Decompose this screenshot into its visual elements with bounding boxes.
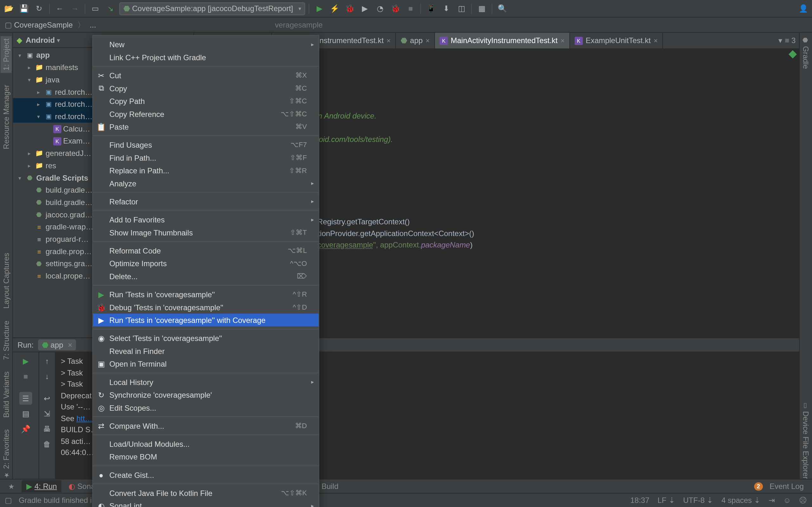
close-tab-icon[interactable]: × [426, 37, 430, 45]
close-tab-icon[interactable]: × [560, 37, 565, 45]
favorite-star-icon[interactable]: ★ [3, 481, 19, 492]
filter-icon[interactable]: ☰ [19, 392, 32, 405]
menu-item[interactable]: Reformat Code⌥⌘L [93, 244, 318, 257]
avd-icon[interactable]: 📱 [425, 2, 438, 15]
down-icon[interactable]: ↓ [41, 370, 54, 383]
run-tab[interactable]: ▶4: Run [21, 480, 61, 493]
menu-shortcut: ⌘C [295, 84, 307, 92]
menu-item[interactable]: New▸ [93, 38, 318, 51]
back-icon[interactable]: ← [53, 2, 66, 15]
menu-item[interactable]: ◎Edit Scopes... [93, 401, 318, 414]
status-tab-icon[interactable]: ⇥ [768, 496, 775, 505]
build-icon[interactable]: ▭ [89, 2, 102, 15]
tab-dropdown-icon[interactable]: ▾ [778, 36, 782, 45]
menu-item[interactable]: Convert Java File to Kotlin File⌥⇧⌘K [93, 487, 318, 499]
forward-icon[interactable]: → [68, 2, 82, 15]
editor-tab[interactable]: KExampleUnitTest.kt× [570, 33, 663, 49]
menu-item[interactable]: Copy Path⇧⌘C [93, 95, 318, 108]
run-configuration-dropdown[interactable]: ⬣ CoverageSample:app [jacocoDebugTestRep… [119, 2, 305, 15]
attach-icon[interactable]: 🐞 [389, 2, 402, 15]
menu-item[interactable]: Load/Unload Modules... [93, 437, 318, 450]
editor-tab[interactable]: KMainActivityInstrumentedTest.kt× [435, 33, 570, 49]
menu-item[interactable]: Add to Favorites▸ [93, 213, 318, 226]
tool-window-icon[interactable]: ▢ [5, 496, 12, 505]
clear-icon[interactable]: 🗑 [41, 437, 54, 450]
up-icon[interactable]: ↑ [41, 354, 54, 368]
menu-item[interactable]: ▣Open in Terminal [93, 357, 318, 371]
menu-item[interactable]: Optimize Imports^⌥O [93, 257, 318, 270]
face-ok-icon[interactable]: ☺ [783, 496, 791, 505]
menu-item[interactable]: ↻Synchronize 'coveragesample' [93, 389, 318, 401]
menu-item[interactable]: 🐞Debug 'Tests in 'coveragesample''^⇧D [93, 301, 318, 314]
resource-manager-tool-button[interactable]: Resource Manager [2, 84, 11, 149]
menu-item[interactable]: ▶Run 'Tests in 'coveragesample'' with Co… [93, 314, 318, 327]
menu-item[interactable]: Delete...⌦ [93, 270, 318, 283]
right-tool-gutter: ⬣ Gradle ▯ Device File Explorer [799, 33, 812, 479]
menu-shortcut: ⌘X [295, 71, 307, 79]
menu-item[interactable]: ▶Run 'Tests in 'coveragesample''^⇧R [93, 288, 318, 301]
profile-icon[interactable]: ◔ [374, 2, 387, 15]
menu-item[interactable]: ●Create Gist... [93, 468, 318, 481]
build-variants-tool-button[interactable]: Build Variants [2, 372, 11, 418]
menu-item[interactable]: Replace in Path...⇧⌘R [93, 164, 318, 177]
editor-tab[interactable]: ⬣app× [396, 33, 435, 49]
stop-run-icon[interactable]: ■ [19, 370, 32, 383]
breadcrumb-root[interactable]: ▢CoverageSample [2, 19, 75, 31]
status-indent[interactable]: 4 spaces ⇣ [721, 496, 760, 505]
coverage-icon[interactable]: ▶ [358, 2, 371, 15]
status-message: Gradle build finished i… [19, 496, 99, 505]
apply-changes-icon[interactable]: ⚡ [328, 2, 341, 15]
structure-icon[interactable]: ▦ [475, 2, 489, 15]
menu-item[interactable]: Copy Reference⌥⇧⌘C [93, 107, 318, 120]
layout-captures-tool-button[interactable]: Layout Captures [2, 253, 11, 308]
tab-list-icon[interactable]: ≡ 3 [785, 36, 796, 45]
layout-icon[interactable]: ◫ [455, 2, 468, 15]
menu-item[interactable]: Reveal in Finder [93, 344, 318, 357]
menu-item[interactable]: Remove BOM [93, 450, 318, 463]
rerun-icon[interactable]: ▶ [19, 354, 32, 368]
menu-item[interactable]: Find Usages⌥F7 [93, 138, 318, 152]
scroll-icon[interactable]: ⇲ [41, 407, 54, 420]
close-tab-icon[interactable]: × [654, 37, 658, 45]
status-encoding[interactable]: UTF-8 ⇣ [683, 496, 713, 505]
face-warn-icon[interactable]: ☹ [799, 496, 807, 505]
project-view-dropdown[interactable]: Android [26, 36, 60, 44]
menu-item[interactable]: Find in Path...⇧⌘F [93, 151, 318, 164]
menu-item[interactable]: ⇄Compare With...⌘D [93, 419, 318, 432]
soft-wrap-icon[interactable]: ↩ [41, 392, 54, 405]
menu-item[interactable]: ⧉Copy⌘C [93, 82, 318, 95]
project-tool-button[interactable]: 1: Project [1, 36, 12, 73]
run-icon[interactable]: ▶ [313, 2, 326, 15]
menu-item[interactable]: Analyze▸ [93, 177, 318, 190]
layout-icon[interactable]: ▤ [19, 407, 32, 420]
menu-item[interactable]: ◉Select 'Tests in 'coveragesample'' [93, 332, 318, 345]
avatar-icon[interactable]: 👤 [797, 2, 810, 15]
event-log-tab[interactable]: 2 Event Log [749, 480, 809, 493]
structure-tool-button[interactable]: 7: Structure [2, 320, 11, 360]
search-icon[interactable]: 🔍 [496, 2, 509, 15]
close-tab-icon[interactable]: × [387, 37, 391, 45]
menu-item[interactable]: Show Image Thumbnails⇧⌘T [93, 226, 318, 239]
menu-item[interactable]: ✂Cut⌘X [93, 69, 318, 82]
stop-icon[interactable]: ■ [404, 2, 417, 15]
device-explorer-tool-button[interactable]: ▯ Device File Explorer [802, 401, 810, 479]
print-icon[interactable]: 🖶 [41, 422, 54, 435]
favorites-tool-button[interactable]: ★ 2: Favorites [2, 429, 11, 479]
save-icon[interactable]: 💾 [17, 2, 31, 15]
menu-item[interactable]: 📋Paste⌘V [93, 120, 318, 133]
menu-item[interactable]: Refactor▸ [93, 195, 318, 208]
breadcrumb-more[interactable]: ... [87, 19, 98, 31]
pin-icon[interactable]: 📌 [19, 422, 32, 435]
menu-item[interactable]: ◐SonarLint▸ [93, 499, 318, 507]
menu-item[interactable]: Local History▸ [93, 376, 318, 389]
debug-icon[interactable]: 🐞 [344, 2, 357, 15]
menu-item-label: Show Image Thumbnails [109, 228, 193, 237]
status-line-sep[interactable]: LF ⇣ [658, 496, 675, 505]
close-run-tab-icon[interactable]: × [68, 340, 72, 349]
make-icon[interactable]: ↘ [104, 2, 117, 15]
open-icon[interactable]: 📂 [2, 2, 15, 15]
gradle-tool-button[interactable]: ⬣ Gradle [802, 36, 810, 69]
sdk-icon[interactable]: ⬇ [440, 2, 453, 15]
sync-icon[interactable]: ↻ [33, 2, 46, 15]
menu-item[interactable]: Link C++ Project with Gradle [93, 51, 318, 64]
